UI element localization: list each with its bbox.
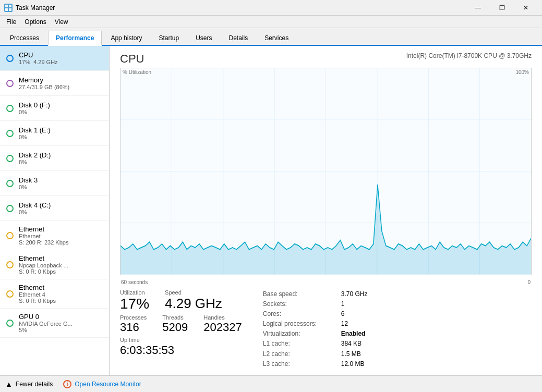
sidebar-item-disk2[interactable]: Disk 2 (D:) 8% [0, 146, 109, 171]
chart-100-label: 100% [515, 69, 529, 75]
tab-startup[interactable]: Startup [151, 31, 187, 45]
disk4-dot [6, 205, 14, 212]
eth2-detail2: S: 0 R: 0 Kbps [19, 268, 68, 275]
stats-lower: Utilization 17% Speed 4.29 GHz Processes… [120, 289, 532, 370]
uptime-value: 6:03:35:53 [120, 344, 242, 357]
maximize-button[interactable]: ❐ [490, 0, 514, 16]
tab-users[interactable]: Users [188, 31, 220, 45]
l2-label: L2 cache: [263, 349, 336, 359]
utilization-speed: Utilization 17% Speed 4.29 GHz [120, 289, 242, 311]
disk0-detail: 0% [19, 109, 50, 115]
sidebar-item-ethernet1[interactable]: Ethernet Ethernet S: 200 R: 232 Kbps [0, 221, 109, 250]
sidebar-item-ethernet2[interactable]: Ethernet Npcap Loopback ... S: 0 R: 0 Kb… [0, 250, 109, 279]
basespeed-label: Base speed: [263, 289, 336, 299]
l2-value: 1.5 MB [341, 349, 361, 359]
cpu-dot [6, 55, 14, 62]
tab-services[interactable]: Services [257, 31, 296, 45]
titlebar-left: Task Manager [4, 4, 55, 12]
disk4-text: Disk 4 (C:) 0% [19, 201, 51, 215]
sockets-label: Sockets: [263, 299, 336, 309]
chart-time-right: 0 [527, 279, 531, 285]
svg-rect-1 [9, 5, 11, 7]
bottombar: ▲ Fewer details i Open Resource Monitor [0, 375, 542, 392]
fewer-details-button[interactable]: ▲ Fewer details [5, 380, 53, 388]
sockets-value: 1 [341, 299, 345, 309]
sidebar-item-cpu[interactable]: CPU 17% 4.29 GHz [0, 46, 109, 71]
gpu-detail2: 5% [19, 327, 73, 333]
tab-performance[interactable]: Performance [48, 31, 102, 46]
sidebar-item-gpu0[interactable]: GPU 0 NVIDIA GeForce G... 5% [0, 309, 109, 338]
disk3-dot [6, 180, 14, 187]
l3-label: L3 cache: [263, 359, 336, 369]
memory-name: Memory [19, 76, 69, 84]
proc-threads-handles: Processes 316 Threads 5209 Handles 20232… [120, 314, 242, 333]
sidebar-item-ethernet3[interactable]: Ethernet Ethernet 4 S: 0 R: 0 Kbps [0, 279, 109, 309]
svg-rect-0 [5, 5, 8, 7]
open-resource-monitor-button[interactable]: i Open Resource Monitor [63, 380, 141, 388]
disk1-text: Disk 1 (E:) 0% [19, 126, 51, 140]
memory-detail: 27.4/31.9 GB (86%) [19, 84, 69, 90]
info-l2: L2 cache: 1.5 MB [263, 349, 532, 359]
stats-left: Utilization 17% Speed 4.29 GHz Processes… [120, 289, 242, 357]
eth1-dot [6, 232, 14, 239]
info-sockets: Sockets: 1 [263, 299, 532, 309]
sidebar-item-disk4[interactable]: Disk 4 (C:) 0% [0, 196, 109, 221]
info-logical: Logical processors: 12 [263, 319, 532, 329]
cpu-chart-svg [121, 68, 531, 275]
threads-label: Threads [162, 314, 188, 321]
cpu-subtitle: Intel(R) Core(TM) i7-8700K CPU @ 3.70GHz [406, 52, 532, 59]
sidebar-item-disk1[interactable]: Disk 1 (E:) 0% [0, 121, 109, 146]
utilization-label: Utilization [120, 289, 149, 296]
gpu-dot [6, 320, 14, 327]
disk2-dot [6, 155, 14, 162]
close-button[interactable]: ✕ [514, 0, 538, 16]
disk2-detail: 8% [19, 159, 51, 165]
tab-details[interactable]: Details [221, 31, 256, 45]
logical-value: 12 [341, 319, 348, 329]
l1-value: 384 KB [341, 339, 362, 349]
svg-rect-2 [5, 8, 8, 11]
eth2-name: Ethernet [19, 254, 68, 262]
l3-value: 12.0 MB [341, 359, 365, 369]
speed-value: 4.29 GHz [165, 297, 222, 310]
eth3-detail2: S: 0 R: 0 Kbps [19, 298, 56, 304]
disk3-text: Disk 3 0% [19, 176, 38, 190]
cpu-title: CPU [120, 52, 144, 66]
processes-value: 316 [120, 322, 147, 333]
utilization-block: Utilization 17% [120, 289, 149, 311]
eth2-dot [6, 261, 14, 268]
gpu-text: GPU 0 NVIDIA GeForce G... 5% [19, 313, 73, 333]
sidebar-item-memory[interactable]: Memory 27.4/31.9 GB (86%) [0, 71, 109, 96]
cpu-name: CPU [19, 51, 58, 59]
virt-value: Enabled [341, 329, 366, 339]
disk3-name: Disk 3 [19, 176, 38, 184]
minimize-button[interactable]: — [466, 0, 490, 16]
uptime-block: Up time 6:03:35:53 [120, 336, 242, 357]
info-basespeed: Base speed: 3.70 GHz [263, 289, 532, 299]
disk0-text: Disk 0 (F:) 0% [19, 101, 50, 115]
sidebar-item-disk0[interactable]: Disk 0 (F:) 0% [0, 96, 109, 121]
cpu-panel: CPU Intel(R) Core(TM) i7-8700K CPU @ 3.7… [110, 46, 542, 375]
titlebar: Task Manager — ❐ ✕ [0, 0, 542, 16]
logical-label: Logical processors: [263, 319, 336, 329]
disk1-dot [6, 130, 14, 137]
menu-file[interactable]: File [2, 17, 20, 27]
threads-block: Threads 5209 [162, 314, 188, 333]
resource-monitor-icon: i [63, 380, 71, 388]
cpu-text: CPU 17% 4.29 GHz [19, 51, 58, 65]
handles-block: Handles 202327 [203, 314, 242, 333]
processes-block: Processes 316 [120, 314, 147, 333]
info-virt: Virtualization: Enabled [263, 329, 532, 339]
gpu-name: GPU 0 [19, 313, 73, 321]
tab-app-history[interactable]: App history [103, 31, 150, 45]
disk0-name: Disk 0 (F:) [19, 101, 50, 109]
menu-view[interactable]: View [51, 17, 73, 27]
info-cores: Cores: 6 [263, 309, 532, 319]
processes-label: Processes [120, 314, 147, 321]
cpu-header: CPU Intel(R) Core(TM) i7-8700K CPU @ 3.7… [120, 52, 532, 66]
menu-options[interactable]: Options [20, 17, 50, 27]
eth3-text: Ethernet Ethernet 4 S: 0 R: 0 Kbps [19, 284, 56, 304]
tab-processes[interactable]: Processes [2, 31, 47, 45]
sidebar-item-disk3[interactable]: Disk 3 0% [0, 171, 109, 196]
disk4-detail: 0% [19, 209, 51, 215]
